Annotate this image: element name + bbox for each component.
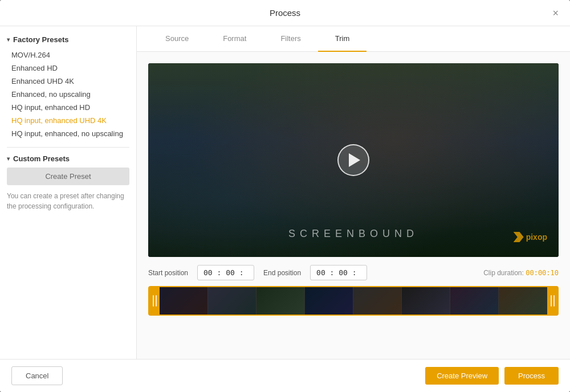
handle-bar bbox=[553, 295, 555, 307]
timeline-frame bbox=[256, 287, 305, 315]
modal-overlay: Process × ▾ Factory Presets MOV/H.264 En… bbox=[0, 0, 570, 392]
custom-presets-header[interactable]: ▾ Custom Presets bbox=[7, 154, 129, 163]
handle-bars-left bbox=[153, 295, 157, 307]
preset-item[interactable]: Enhanced HD bbox=[7, 62, 129, 75]
create-preview-button[interactable]: Create Preview bbox=[425, 367, 499, 385]
trim-controls: Start position End position Clip duratio… bbox=[148, 265, 559, 316]
modal-body: ▾ Factory Presets MOV/H.264 Enhanced HD … bbox=[0, 26, 570, 359]
timeline-frames bbox=[160, 287, 547, 315]
play-icon bbox=[349, 153, 360, 167]
preset-item[interactable]: Enhanced, no upscaling bbox=[7, 88, 129, 101]
preset-hint: You can create a preset after changing t… bbox=[7, 191, 129, 211]
timeline-frame bbox=[353, 287, 402, 315]
main-content: Source Format Filters Trim SCR bbox=[137, 26, 570, 359]
start-position-label: Start position bbox=[148, 269, 188, 277]
preset-item[interactable]: HQ input, enhanced, no upscaling bbox=[7, 127, 129, 140]
preset-item[interactable]: MOV/H.264 bbox=[7, 48, 129, 62]
timeline-frame bbox=[305, 287, 353, 315]
content-area: SCREENBOUND pixop Start position E bbox=[137, 52, 570, 359]
trim-row: Start position End position Clip duratio… bbox=[148, 265, 559, 280]
handle-bar bbox=[551, 295, 552, 307]
cancel-button[interactable]: Cancel bbox=[11, 366, 63, 385]
preset-item-active[interactable]: HQ input, enhanced UHD 4K bbox=[7, 114, 129, 127]
play-button[interactable] bbox=[337, 144, 369, 176]
tab-trim[interactable]: Trim bbox=[318, 26, 367, 52]
timeline-handle-right[interactable] bbox=[547, 287, 557, 315]
video-player: SCREENBOUND pixop bbox=[148, 63, 559, 257]
create-preset-button[interactable]: Create Preset bbox=[7, 168, 129, 185]
modal-header: Process × bbox=[0, 0, 570, 26]
clip-duration-label: Clip duration: 00:00:10 bbox=[483, 269, 559, 277]
sidebar: ▾ Factory Presets MOV/H.264 Enhanced HD … bbox=[0, 26, 137, 359]
chevron-down-icon: ▾ bbox=[7, 36, 10, 43]
factory-presets-label: Factory Presets bbox=[13, 35, 69, 44]
timeline-frame bbox=[160, 287, 208, 315]
handle-bar bbox=[153, 295, 154, 307]
process-modal: Process × ▾ Factory Presets MOV/H.264 En… bbox=[0, 0, 570, 392]
timeline-frame bbox=[499, 287, 547, 315]
footer-actions: Create Preview Process bbox=[425, 367, 559, 385]
chevron-down-icon: ▾ bbox=[7, 156, 10, 162]
preset-item[interactable]: Enhanced UHD 4K bbox=[7, 75, 129, 88]
handle-bar bbox=[156, 295, 157, 307]
tab-filters[interactable]: Filters bbox=[263, 26, 317, 52]
tabs-bar: Source Format Filters Trim bbox=[137, 26, 570, 52]
timeline-frame bbox=[208, 287, 256, 315]
sidebar-divider bbox=[7, 147, 129, 148]
timeline-handle-left[interactable] bbox=[149, 287, 160, 315]
tab-source[interactable]: Source bbox=[148, 26, 206, 52]
process-button[interactable]: Process bbox=[504, 367, 559, 385]
timeline-frame bbox=[450, 287, 499, 315]
video-scene: SCREENBOUND pixop bbox=[148, 63, 559, 257]
modal-title: Process bbox=[270, 8, 300, 18]
modal-footer: Cancel Create Preview Process bbox=[0, 359, 570, 392]
video-logo: pixop bbox=[514, 232, 547, 242]
handle-bars-right bbox=[551, 295, 555, 307]
clip-duration-value: 00:00:10 bbox=[526, 269, 559, 277]
tab-format[interactable]: Format bbox=[206, 26, 263, 52]
end-position-input[interactable] bbox=[310, 265, 367, 280]
timeline bbox=[148, 286, 559, 316]
end-position-label: End position bbox=[263, 269, 301, 277]
pixop-icon bbox=[514, 232, 524, 242]
video-watermark: SCREENBOUND bbox=[288, 228, 418, 240]
factory-presets-header[interactable]: ▾ Factory Presets bbox=[7, 35, 129, 44]
preset-item[interactable]: HQ input, enhanced HD bbox=[7, 101, 129, 114]
start-position-input[interactable] bbox=[197, 265, 254, 280]
pixop-text: pixop bbox=[526, 232, 547, 242]
custom-presets-label: Custom Presets bbox=[13, 154, 70, 163]
timeline-frame bbox=[402, 287, 450, 315]
close-button[interactable]: × bbox=[550, 6, 561, 21]
